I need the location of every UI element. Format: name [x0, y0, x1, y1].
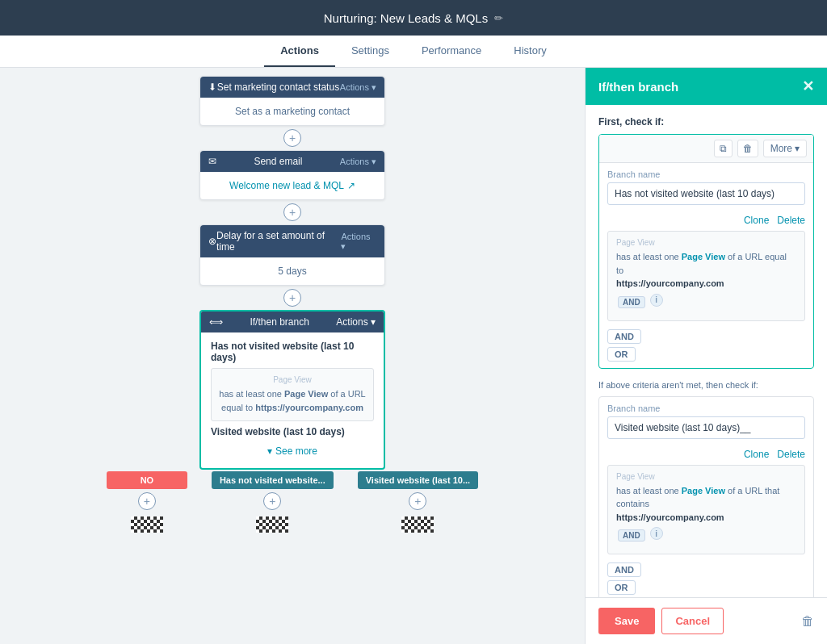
ifthen-body: Has not visited website (last 10 days) P… — [201, 332, 384, 468]
branch1-field-label: Branch name — [607, 169, 805, 179]
tab-performance[interactable]: Performance — [405, 36, 497, 67]
more-chevron-icon: ▾ — [795, 143, 800, 154]
branch1-add-and-row: AND — [599, 329, 813, 347]
send-email-body: Welcome new lead & MQL ↗ — [200, 172, 384, 199]
workflow-title: Nurturing: New Leads & MQLs — [324, 11, 488, 25]
ifthen-icon: ⟺ — [209, 316, 223, 328]
email-link[interactable]: Welcome new lead & MQL ↗ — [208, 180, 376, 191]
branch1-filter-text: has at least one Page View of a URL equa… — [616, 250, 796, 291]
send-email-actions-btn[interactable]: Actions ▾ — [340, 157, 376, 167]
ifthen-header: ⟺ If/then branch Actions ▾ — [201, 312, 384, 332]
delay-body: 5 days — [200, 257, 384, 285]
card-filter-text: has at least one Page View of a URL equa… — [218, 387, 367, 414]
branch-col-2: Visited website (last 10... + — [358, 471, 478, 536]
branch2-add-and-row: AND — [599, 562, 813, 580]
branch1-delete-btn[interactable]: 🗑 — [737, 140, 758, 157]
branch2-block: Branch name Clone Delete Page View has a… — [598, 396, 814, 598]
plus-connector-3[interactable]: + — [283, 289, 301, 307]
branch1-delete-link[interactable]: Delete — [777, 215, 805, 226]
plus-connector-2[interactable]: + — [283, 203, 301, 221]
flow-wrapper: ⬇ Set marketing contact status Actions ▾… — [0, 76, 585, 536]
ifthen-actions-btn[interactable]: Actions ▾ — [336, 316, 376, 328]
footer-btn-group: Save Cancel — [598, 608, 724, 634]
branch1-and-badge: AND — [618, 296, 645, 308]
delay-header: ⊗ Delay for a set amount of time Actions… — [200, 225, 384, 257]
outcome-connector-1[interactable]: + — [263, 492, 281, 510]
outcome-branch1: Has not visited website... — [212, 471, 334, 489]
tab-actions[interactable]: Actions — [264, 36, 335, 67]
delay-label: Delay for a set amount of time — [216, 230, 341, 253]
delete-footer-btn[interactable]: 🗑 — [801, 614, 814, 629]
outcome-connector-2[interactable]: + — [409, 492, 426, 510]
branch2-filter-card: Page View has at least one Page View of … — [607, 465, 805, 555]
branch1-and-row: AND i — [616, 291, 796, 314]
main-layout: ⬇ Set marketing contact status Actions ▾… — [0, 68, 827, 644]
branch1-copy-btn[interactable]: ⧉ — [714, 140, 733, 157]
branch2-or-btn[interactable]: OR — [607, 580, 636, 595]
save-button[interactable]: Save — [598, 608, 655, 634]
tab-history[interactable]: History — [497, 36, 562, 67]
branch1-name-input[interactable] — [607, 182, 805, 205]
send-email-icon: ✉ — [208, 156, 216, 167]
see-more-btn[interactable]: ▾ See more — [211, 442, 374, 460]
branch2-and-btn[interactable]: AND — [607, 562, 641, 577]
checkerboard-no — [131, 516, 163, 533]
branch1-info-btn[interactable]: i — [650, 294, 663, 307]
branch1-filter-card: Page View has at least one Page View of … — [607, 231, 805, 321]
branch-col-1: Has not visited website... + — [212, 471, 334, 536]
canvas: ⬇ Set marketing contact status Actions ▾… — [0, 68, 585, 644]
branch1-card: Page View has at least one Page View of … — [211, 368, 374, 421]
panel-title: If/then branch — [598, 80, 678, 94]
plus-connector-1[interactable]: + — [283, 129, 301, 147]
set-marketing-body: Set as a marketing contact — [200, 98, 384, 125]
panel-footer: Save Cancel 🗑 — [586, 597, 827, 644]
branch2-filter-label: Page View — [616, 472, 796, 481]
delay-actions-btn[interactable]: Actions ▾ — [341, 232, 376, 252]
branch1-name-section: Branch name — [599, 163, 813, 211]
first-check-label: First, check if: — [598, 116, 814, 128]
set-marketing-node: ⬇ Set marketing contact status Actions ▾… — [199, 76, 385, 126]
branch2-clone-delete-row: Clone Delete — [599, 445, 813, 465]
branch2-info-btn[interactable]: i — [650, 527, 663, 540]
delay-icon: ⊗ — [208, 236, 216, 247]
branch2-delete-link[interactable]: Delete — [777, 449, 805, 460]
right-panel: If/then branch ✕ First, check if: ⧉ 🗑 Mo… — [585, 68, 827, 644]
set-marketing-header: ⬇ Set marketing contact status Actions ▾ — [200, 77, 384, 98]
outcome-no: NO — [107, 471, 187, 489]
outcome-branch2: Visited website (last 10... — [358, 471, 478, 489]
panel-close-btn[interactable]: ✕ — [802, 77, 814, 95]
branch2-field-label: Branch name — [607, 404, 805, 413]
branch2-add-or-row: OR — [599, 580, 813, 597]
card-filter-label: Page View — [218, 375, 367, 384]
external-link-icon: ↗ — [347, 180, 355, 191]
edit-icon[interactable]: ✏ — [494, 12, 503, 24]
branch2-clone-link[interactable]: Clone — [744, 449, 769, 460]
delay-node: ⊗ Delay for a set amount of time Actions… — [199, 224, 385, 286]
tab-settings[interactable]: Settings — [335, 36, 405, 67]
branch1-more-btn[interactable]: More ▾ — [763, 140, 807, 157]
if-above-label: If above criteria aren't met, then check… — [598, 380, 814, 390]
branch1-and-btn[interactable]: AND — [607, 329, 641, 344]
branch2-and-badge: AND — [618, 529, 645, 542]
branch2-filter-text: has at least one Page View of a URL that… — [616, 484, 796, 525]
branch2-label: Visited website (last 10 days) — [211, 426, 374, 437]
branch1-add-or-row: OR — [599, 347, 813, 368]
branch1-toolbar: ⧉ 🗑 More ▾ — [599, 135, 813, 163]
branch2-name-input[interactable] — [607, 416, 805, 439]
nav-tabs: Actions Settings Performance History — [0, 36, 827, 68]
branch1-filter-label: Page View — [616, 238, 796, 247]
panel-body: First, check if: ⧉ 🗑 More ▾ Branch name … — [586, 105, 827, 597]
send-email-label: Send email — [254, 156, 302, 167]
send-email-header: ✉ Send email Actions ▾ — [200, 151, 384, 172]
branch1-or-btn[interactable]: OR — [607, 347, 636, 362]
branch1-clone-delete-row: Clone Delete — [599, 211, 813, 231]
set-marketing-actions-btn[interactable]: Actions ▾ — [340, 82, 376, 93]
checkerboard-1 — [256, 516, 288, 533]
ifthen-label: If/then branch — [250, 316, 309, 328]
branch2-and-row: AND i — [616, 524, 796, 547]
cancel-button[interactable]: Cancel — [661, 608, 724, 634]
branch-outcomes-wrapper: NO + Has not visited website... + Visite… — [0, 471, 585, 536]
branch1-clone-link[interactable]: Clone — [744, 215, 769, 226]
outcome-connector-no[interactable]: + — [138, 492, 156, 510]
branch1-label: Has not visited website (last 10 days) — [211, 341, 374, 363]
